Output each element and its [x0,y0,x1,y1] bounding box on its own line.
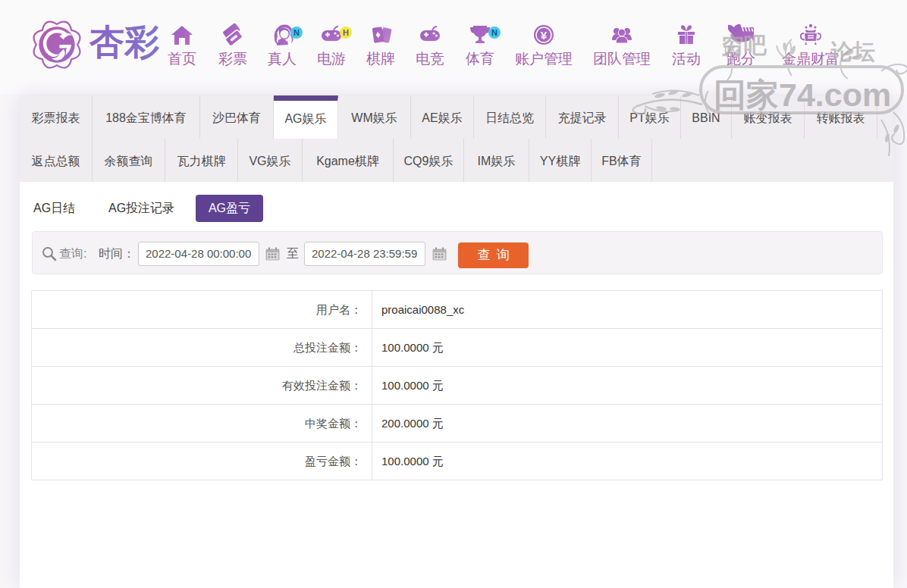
svg-text:¥: ¥ [541,29,548,42]
